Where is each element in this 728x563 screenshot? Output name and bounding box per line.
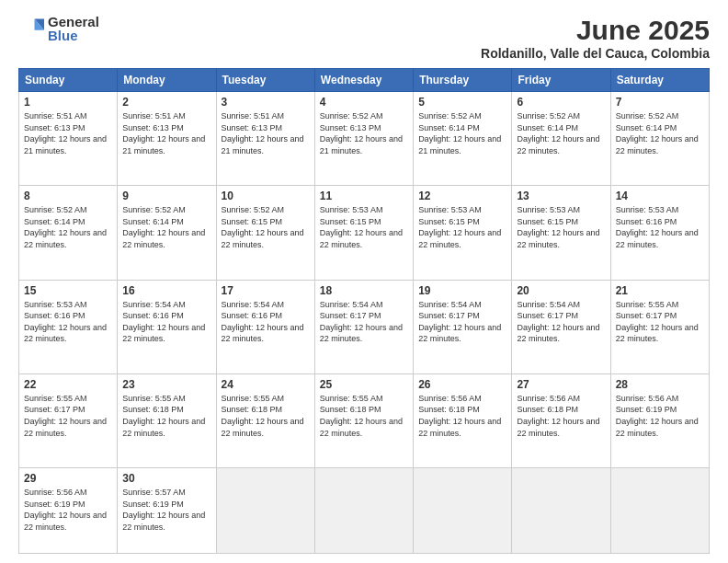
table-row: 15 Sunrise: 5:53 AM Sunset: 6:16 PM Dayl… xyxy=(19,280,118,373)
table-row: 22 Sunrise: 5:55 AM Sunset: 6:17 PM Dayl… xyxy=(19,373,118,467)
day-number: 28 xyxy=(616,378,704,391)
day-info: Sunrise: 5:52 AM Sunset: 6:14 PM Dayligh… xyxy=(418,110,506,156)
day-info: Sunrise: 5:51 AM Sunset: 6:13 PM Dayligh… xyxy=(222,110,310,156)
calendar-week-row: 8 Sunrise: 5:52 AM Sunset: 6:14 PM Dayli… xyxy=(19,186,710,280)
table-row: 5 Sunrise: 5:52 AM Sunset: 6:14 PM Dayli… xyxy=(414,92,512,186)
header-tuesday: Tuesday xyxy=(216,69,314,92)
table-row: 14 Sunrise: 5:53 AM Sunset: 6:16 PM Dayl… xyxy=(610,186,709,280)
day-info: Sunrise: 5:53 AM Sunset: 6:16 PM Dayligh… xyxy=(24,299,112,345)
day-number: 4 xyxy=(320,96,408,109)
title-block: June 2025 Roldanillo, Valle del Cauca, C… xyxy=(481,15,710,61)
day-number: 12 xyxy=(418,190,506,202)
day-info: Sunrise: 5:54 AM Sunset: 6:17 PM Dayligh… xyxy=(517,299,605,345)
logo-icon xyxy=(18,16,44,41)
header-saturday: Saturday xyxy=(610,69,709,92)
logo: General Blue xyxy=(18,15,99,42)
day-info: Sunrise: 5:53 AM Sunset: 6:15 PM Dayligh… xyxy=(320,204,408,250)
table-row: 9 Sunrise: 5:52 AM Sunset: 6:14 PM Dayli… xyxy=(118,186,216,280)
header-sunday: Sunday xyxy=(19,69,118,92)
table-row: 24 Sunrise: 5:55 AM Sunset: 6:18 PM Dayl… xyxy=(216,373,314,467)
header-friday: Friday xyxy=(512,69,610,92)
day-number: 25 xyxy=(320,378,408,391)
header-thursday: Thursday xyxy=(414,69,512,92)
table-row xyxy=(610,468,709,554)
day-info: Sunrise: 5:52 AM Sunset: 6:14 PM Dayligh… xyxy=(517,110,605,156)
day-number: 27 xyxy=(517,378,605,391)
table-row: 8 Sunrise: 5:52 AM Sunset: 6:14 PM Dayli… xyxy=(19,186,118,280)
day-info: Sunrise: 5:56 AM Sunset: 6:18 PM Dayligh… xyxy=(517,393,605,439)
table-row xyxy=(512,468,610,554)
day-number: 9 xyxy=(122,190,210,202)
logo-blue: Blue xyxy=(48,29,99,42)
table-row: 20 Sunrise: 5:54 AM Sunset: 6:17 PM Dayl… xyxy=(512,280,610,373)
table-row: 25 Sunrise: 5:55 AM Sunset: 6:18 PM Dayl… xyxy=(314,373,413,467)
title-month: June 2025 xyxy=(481,15,710,46)
table-row: 27 Sunrise: 5:56 AM Sunset: 6:18 PM Dayl… xyxy=(512,373,610,467)
table-row: 13 Sunrise: 5:53 AM Sunset: 6:15 PM Dayl… xyxy=(512,186,610,280)
day-number: 11 xyxy=(320,190,408,202)
day-info: Sunrise: 5:57 AM Sunset: 6:19 PM Dayligh… xyxy=(122,487,210,533)
calendar-table: Sunday Monday Tuesday Wednesday Thursday… xyxy=(18,68,710,554)
day-info: Sunrise: 5:56 AM Sunset: 6:18 PM Dayligh… xyxy=(418,393,506,439)
day-info: Sunrise: 5:56 AM Sunset: 6:19 PM Dayligh… xyxy=(24,487,112,533)
day-number: 7 xyxy=(616,96,704,109)
day-number: 29 xyxy=(24,472,112,485)
day-number: 8 xyxy=(24,190,112,202)
day-number: 17 xyxy=(222,284,310,297)
day-info: Sunrise: 5:52 AM Sunset: 6:15 PM Dayligh… xyxy=(222,204,310,250)
table-row xyxy=(414,468,512,554)
day-info: Sunrise: 5:52 AM Sunset: 6:13 PM Dayligh… xyxy=(320,110,408,156)
calendar-week-row: 22 Sunrise: 5:55 AM Sunset: 6:17 PM Dayl… xyxy=(19,373,710,467)
day-number: 6 xyxy=(517,96,605,109)
calendar-week-row: 15 Sunrise: 5:53 AM Sunset: 6:16 PM Dayl… xyxy=(19,280,710,373)
day-info: Sunrise: 5:55 AM Sunset: 6:17 PM Dayligh… xyxy=(24,393,112,439)
day-info: Sunrise: 5:54 AM Sunset: 6:16 PM Dayligh… xyxy=(222,299,310,345)
table-row: 19 Sunrise: 5:54 AM Sunset: 6:17 PM Dayl… xyxy=(414,280,512,373)
header-monday: Monday xyxy=(118,69,216,92)
table-row: 28 Sunrise: 5:56 AM Sunset: 6:19 PM Dayl… xyxy=(610,373,709,467)
day-number: 20 xyxy=(517,284,605,297)
calendar-week-row: 1 Sunrise: 5:51 AM Sunset: 6:13 PM Dayli… xyxy=(19,92,710,186)
table-row: 17 Sunrise: 5:54 AM Sunset: 6:16 PM Dayl… xyxy=(216,280,314,373)
day-number: 19 xyxy=(418,284,506,297)
table-row: 11 Sunrise: 5:53 AM Sunset: 6:15 PM Dayl… xyxy=(314,186,413,280)
day-number: 23 xyxy=(122,378,210,391)
table-row: 30 Sunrise: 5:57 AM Sunset: 6:19 PM Dayl… xyxy=(118,468,216,554)
table-row: 18 Sunrise: 5:54 AM Sunset: 6:17 PM Dayl… xyxy=(314,280,413,373)
day-info: Sunrise: 5:55 AM Sunset: 6:18 PM Dayligh… xyxy=(222,393,310,439)
table-row: 2 Sunrise: 5:51 AM Sunset: 6:13 PM Dayli… xyxy=(118,92,216,186)
table-row: 12 Sunrise: 5:53 AM Sunset: 6:15 PM Dayl… xyxy=(414,186,512,280)
table-row: 10 Sunrise: 5:52 AM Sunset: 6:15 PM Dayl… xyxy=(216,186,314,280)
table-row: 21 Sunrise: 5:55 AM Sunset: 6:17 PM Dayl… xyxy=(610,280,709,373)
day-number: 2 xyxy=(122,96,210,109)
header-wednesday: Wednesday xyxy=(314,69,413,92)
day-number: 10 xyxy=(222,190,310,202)
day-number: 14 xyxy=(616,190,704,202)
day-number: 3 xyxy=(222,96,310,109)
table-row: 6 Sunrise: 5:52 AM Sunset: 6:14 PM Dayli… xyxy=(512,92,610,186)
table-row: 26 Sunrise: 5:56 AM Sunset: 6:18 PM Dayl… xyxy=(414,373,512,467)
table-row: 16 Sunrise: 5:54 AM Sunset: 6:16 PM Dayl… xyxy=(118,280,216,373)
table-row: 4 Sunrise: 5:52 AM Sunset: 6:13 PM Dayli… xyxy=(314,92,413,186)
day-info: Sunrise: 5:53 AM Sunset: 6:15 PM Dayligh… xyxy=(517,204,605,250)
day-info: Sunrise: 5:55 AM Sunset: 6:18 PM Dayligh… xyxy=(320,393,408,439)
day-info: Sunrise: 5:52 AM Sunset: 6:14 PM Dayligh… xyxy=(122,204,210,250)
day-number: 1 xyxy=(24,96,112,109)
logo-general: General xyxy=(48,15,99,29)
day-info: Sunrise: 5:54 AM Sunset: 6:17 PM Dayligh… xyxy=(418,299,506,345)
day-info: Sunrise: 5:56 AM Sunset: 6:19 PM Dayligh… xyxy=(616,393,704,439)
logo-text: General Blue xyxy=(48,15,99,42)
table-row: 29 Sunrise: 5:56 AM Sunset: 6:19 PM Dayl… xyxy=(19,468,118,554)
table-row: 3 Sunrise: 5:51 AM Sunset: 6:13 PM Dayli… xyxy=(216,92,314,186)
day-info: Sunrise: 5:51 AM Sunset: 6:13 PM Dayligh… xyxy=(122,110,210,156)
day-info: Sunrise: 5:52 AM Sunset: 6:14 PM Dayligh… xyxy=(24,204,112,250)
day-number: 26 xyxy=(418,378,506,391)
day-number: 13 xyxy=(517,190,605,202)
day-number: 30 xyxy=(122,472,210,485)
calendar-week-row: 29 Sunrise: 5:56 AM Sunset: 6:19 PM Dayl… xyxy=(19,468,710,554)
day-number: 5 xyxy=(418,96,506,109)
calendar-header-row: Sunday Monday Tuesday Wednesday Thursday… xyxy=(19,69,710,92)
day-info: Sunrise: 5:54 AM Sunset: 6:16 PM Dayligh… xyxy=(122,299,210,345)
page: General Blue June 2025 Roldanillo, Valle… xyxy=(0,0,728,563)
day-info: Sunrise: 5:53 AM Sunset: 6:16 PM Dayligh… xyxy=(616,204,704,250)
